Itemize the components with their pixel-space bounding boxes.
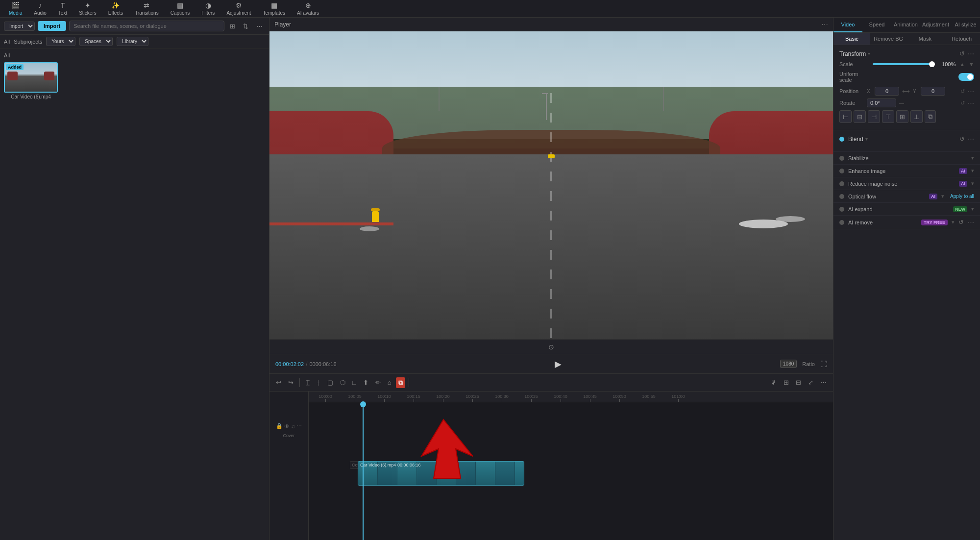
tab-animation[interactable]: Animation — [891, 18, 920, 32]
ai-remove-reset-button[interactable]: ↺ — [958, 219, 964, 226]
nav-ai-avatars[interactable]: ⊕ AI avatars — [292, 0, 324, 18]
expand-chevron[interactable]: ▾ — [971, 206, 974, 212]
nav-templates[interactable]: ▦ Templates — [258, 0, 290, 18]
nav-media[interactable]: 🎬 Media — [4, 0, 27, 18]
nav-adjustment[interactable]: ⚙ Adjustment — [221, 0, 256, 18]
video-track-clip[interactable]: Car Video (6).mp4 00:00:06:16 — [358, 461, 524, 486]
tab-video[interactable]: Video — [833, 18, 862, 32]
ruler-tick-6 — [502, 399, 502, 402]
scale-slider-thumb[interactable] — [929, 61, 935, 67]
align-special-button[interactable]: ⧉ — [925, 110, 936, 123]
noise-chevron[interactable]: ▾ — [971, 180, 974, 187]
stabilize-indicator — [839, 156, 844, 161]
media-area: All Added Car Video (6).mp4 — [0, 49, 269, 540]
box-button[interactable]: □ — [350, 377, 359, 388]
wand-button[interactable]: ⌂ — [385, 377, 394, 388]
blend-more-button[interactable]: ⋯ — [968, 135, 974, 143]
nav-captions[interactable]: ▤ Captions — [166, 0, 195, 18]
transform-reset-button[interactable]: ↺ — [959, 50, 965, 57]
blend-header[interactable]: Blend ▾ ↺ ⋯ — [839, 135, 974, 143]
pen-button[interactable]: ✏ — [373, 377, 383, 388]
thumb-6 — [456, 462, 476, 485]
position-y-input[interactable] — [921, 87, 945, 96]
scale-stepper-up[interactable]: ▲ — [959, 61, 965, 67]
track-eye-button[interactable]: 👁 — [284, 423, 290, 429]
import-button[interactable]: Import — [38, 21, 66, 31]
nav-stickers[interactable]: ✦ Stickers — [74, 0, 101, 18]
ai-remove-more-button[interactable]: ⋯ — [968, 219, 974, 226]
active-tool-button[interactable]: ⧉ — [396, 377, 405, 388]
align-center-h-button[interactable]: ⊟ — [854, 110, 866, 123]
position-reset-button[interactable]: ↺ — [960, 88, 965, 95]
media-item[interactable]: Added Car Video (6).mp4 — [4, 62, 58, 99]
optical-apply-all[interactable]: Apply to all — [950, 194, 974, 199]
yours-dropdown[interactable]: Yours — [46, 37, 75, 46]
optical-flow-label: Optical flow — [848, 194, 925, 199]
tab-speed[interactable]: Speed — [862, 18, 891, 32]
fullscreen-button[interactable]: ⛶ — [820, 360, 827, 368]
rotate-reset-button[interactable]: ↺ — [960, 100, 965, 106]
track-lock-button[interactable]: 🔒 — [276, 423, 283, 429]
align-top-button[interactable]: ⊤ — [882, 110, 894, 123]
nav-transitions[interactable]: ⇄ Transitions — [130, 0, 164, 18]
position-x-input[interactable] — [875, 87, 899, 96]
blend-reset-button[interactable]: ↺ — [959, 135, 965, 143]
nav-effects[interactable]: ✨ Effects — [103, 0, 128, 18]
subtab-retouch[interactable]: Retouch — [943, 33, 980, 45]
align-bottom-button[interactable]: ⊥ — [910, 110, 923, 123]
transform-header[interactable]: Transform ▾ ↺ ⋯ — [839, 50, 974, 57]
playhead-handle[interactable] — [360, 401, 366, 407]
optical-chevron[interactable]: ▾ — [941, 193, 944, 199]
rotate-more-button[interactable]: ⋯ — [968, 99, 974, 107]
import-dropdown[interactable]: Import — [4, 22, 35, 31]
nav-filters[interactable]: ◑ Filters — [196, 0, 220, 18]
fit-button[interactable]: ⤢ — [806, 377, 816, 388]
stabilize-chevron[interactable]: ▾ — [971, 155, 974, 161]
undo-button[interactable]: ↩ — [273, 377, 284, 388]
tab-adjustment[interactable]: Adjustment — [920, 18, 951, 32]
subtab-basic[interactable]: Basic — [833, 33, 870, 45]
track-more-button[interactable]: ⋯ — [296, 423, 302, 429]
more-options-button[interactable]: ⋯ — [254, 21, 265, 31]
play-button[interactable]: ▶ — [555, 359, 562, 369]
timeline-more-button[interactable]: ⋯ — [818, 377, 829, 388]
sort-button[interactable]: ⇅ — [241, 21, 251, 31]
subtab-remove-bg[interactable]: Remove BG — [870, 33, 907, 45]
align-center-v-button[interactable]: ⊞ — [896, 110, 908, 123]
split-button[interactable]: ⟊ — [314, 377, 323, 388]
filter-all-label: All — [4, 39, 10, 45]
track-audio-button[interactable]: ♫ — [291, 423, 295, 429]
scale-slider[interactable] — [873, 63, 932, 65]
mic-button[interactable]: 🎙 — [768, 377, 779, 388]
search-input[interactable] — [69, 21, 224, 31]
align-left-button[interactable]: ⊢ — [839, 110, 852, 123]
tab-ai-stylize[interactable]: AI stylize — [951, 18, 980, 32]
subtab-mask[interactable]: Mask — [907, 33, 944, 45]
player-menu-icon[interactable]: ⋯ — [821, 21, 828, 28]
optical-ai-tag: AI — [929, 194, 937, 199]
spaces-dropdown[interactable]: Spaces — [79, 37, 113, 46]
left-toolbar: Import Import ⊞ ⇅ ⋯ — [0, 18, 269, 35]
grid-view-button[interactable]: ⊞ — [227, 21, 238, 31]
crop-button[interactable]: ▢ — [325, 377, 336, 388]
nav-audio[interactable]: ♪ Audio — [29, 0, 51, 18]
enhance-chevron[interactable]: ▾ — [971, 168, 974, 174]
align-right-button[interactable]: ⊣ — [868, 110, 880, 123]
playhead[interactable] — [363, 402, 364, 540]
redo-button[interactable]: ↪ — [286, 377, 296, 388]
shield-button[interactable]: ⬡ — [338, 377, 348, 388]
rotate-input[interactable] — [867, 98, 896, 107]
transform-more-button[interactable]: ⋯ — [968, 50, 974, 57]
remove-chevron[interactable]: ▾ — [952, 219, 955, 225]
zoom-in-button[interactable]: ⊞ — [781, 377, 791, 388]
zoom-out-button[interactable]: ⊟ — [793, 377, 804, 388]
trim-button[interactable]: ⌶ — [303, 377, 312, 388]
library-dropdown[interactable]: Library — [117, 37, 148, 46]
arrow-button[interactable]: ⬆ — [361, 377, 371, 388]
uniform-scale-toggle[interactable] — [958, 73, 974, 81]
nav-text[interactable]: T Text — [53, 0, 72, 18]
ratio-button[interactable]: Ratio — [800, 360, 817, 368]
position-link-button[interactable]: ⋯ — [968, 88, 974, 95]
scale-stepper-down[interactable]: ▼ — [969, 61, 974, 67]
marker-icon[interactable]: ⊙ — [548, 343, 554, 351]
